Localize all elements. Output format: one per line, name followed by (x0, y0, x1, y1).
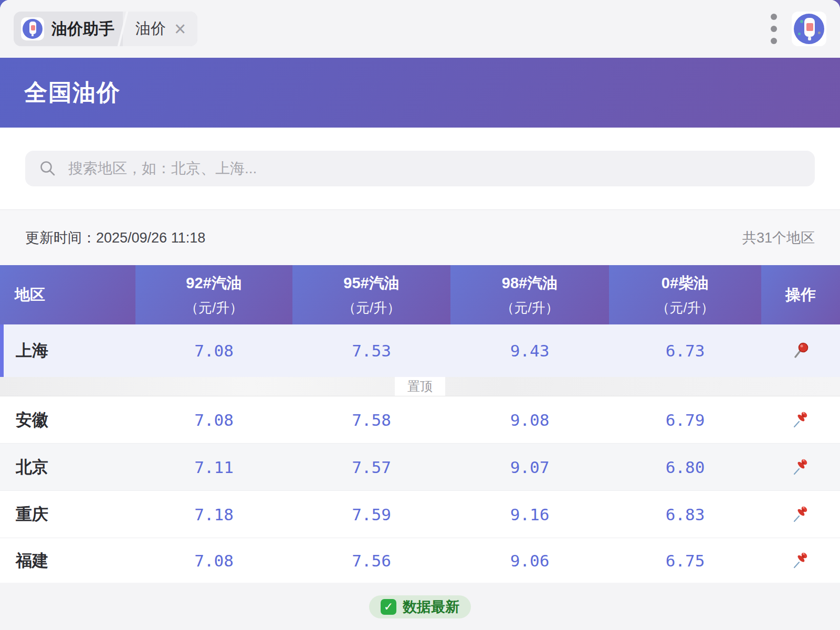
table-row-fujian[interactable]: 福建 7.08 7.56 9.06 6.75 (0, 538, 840, 583)
top-bar: 油价助手 油价 × (0, 0, 840, 58)
pushpin-icon[interactable] (791, 411, 810, 429)
table-row-pinned-shanghai[interactable]: 上海 7.08 7.53 9.43 6.73 (0, 324, 840, 377)
tab-fuel-assistant[interactable]: 油价助手 (14, 12, 123, 46)
table-row-beijing[interactable]: 北京 7.11 7.57 9.07 6.80 (0, 444, 840, 491)
col-98-gas: 98#汽油 （元/升） (450, 265, 609, 324)
price-0: 6.73 (609, 341, 761, 360)
price-98: 9.16 (450, 505, 609, 524)
footer: ✓ 数据最新 (0, 583, 840, 630)
pinned-indicator-bar (0, 324, 4, 377)
price-98: 9.07 (450, 458, 609, 477)
tab-fuel-price-label: 油价 (135, 18, 166, 39)
price-92: 7.08 (135, 551, 292, 570)
price-92: 7.18 (135, 505, 292, 524)
app-icon-large[interactable] (792, 12, 826, 46)
more-menu-icon[interactable] (769, 10, 779, 47)
pushpin-icon[interactable] (791, 458, 810, 477)
table-row-anhui[interactable]: 安徽 7.08 7.58 9.08 6.79 (0, 396, 840, 444)
price-92: 7.08 (135, 411, 292, 429)
region-name: 上海 (0, 340, 135, 362)
price-95: 7.59 (292, 505, 450, 524)
price-0: 6.75 (609, 551, 761, 570)
table-header: 地区 92#汽油 （元/升） 95#汽油 （元/升） 98#汽油 （元/升） 0… (0, 265, 840, 324)
top-bar-right (769, 10, 826, 47)
update-time: 更新时间：2025/09/26 11:18 (25, 228, 205, 247)
data-status-badge: ✓ 数据最新 (369, 595, 471, 618)
tab-group: 油价助手 油价 × (14, 12, 197, 46)
tab-fuel-assistant-label: 油价助手 (51, 18, 114, 40)
table-row-chongqing[interactable]: 重庆 7.18 7.59 9.16 6.83 (0, 491, 840, 538)
data-status-label: 数据最新 (403, 597, 459, 616)
price-95: 7.56 (292, 551, 450, 570)
col-actions: 操作 (761, 265, 840, 324)
price-95: 7.53 (292, 341, 450, 360)
pinned-divider-label: 置顶 (407, 378, 433, 395)
price-95: 7.57 (292, 458, 450, 477)
check-icon: ✓ (381, 599, 396, 615)
app-icon-small (21, 17, 44, 40)
page-title: 全国油价 (24, 77, 121, 108)
info-bar: 更新时间：2025/09/26 11:18 共31个地区 (0, 210, 840, 265)
page-header: 全国油价 (0, 58, 840, 128)
price-98: 9.43 (450, 341, 609, 360)
price-98: 9.08 (450, 411, 609, 429)
close-tab-icon[interactable]: × (174, 19, 186, 39)
region-count: 共31个地区 (742, 228, 815, 247)
search-placeholder: 搜索地区，如：北京、上海... (68, 159, 257, 178)
region-name: 安徽 (0, 409, 135, 431)
pinned-divider-tag: 置顶 (395, 377, 445, 396)
pushpin-icon[interactable] (791, 505, 810, 524)
app-window: 油价助手 油价 × 全国油价 (0, 0, 840, 630)
price-92: 7.08 (135, 341, 292, 360)
search-section: 搜索地区，如：北京、上海... (0, 128, 840, 210)
region-name: 福建 (0, 550, 135, 572)
tab-fuel-price[interactable]: 油价 × (123, 12, 197, 46)
region-name: 重庆 (0, 503, 135, 526)
pinned-divider: 置顶 (0, 377, 840, 396)
pushpin-icon[interactable] (791, 551, 810, 570)
price-92: 7.11 (135, 458, 292, 477)
price-95: 7.58 (292, 411, 450, 429)
col-95-gas: 95#汽油 （元/升） (292, 265, 450, 324)
price-0: 6.83 (609, 505, 761, 524)
price-98: 9.06 (450, 551, 609, 570)
search-input[interactable]: 搜索地区，如：北京、上海... (25, 151, 815, 186)
search-icon (39, 160, 57, 177)
col-0-diesel: 0#柴油 （元/升） (609, 265, 761, 324)
col-region: 地区 (0, 265, 135, 324)
price-0: 6.79 (609, 411, 761, 429)
col-92-gas: 92#汽油 （元/升） (135, 265, 292, 324)
region-name: 北京 (0, 456, 135, 478)
round-pushpin-icon[interactable] (791, 341, 810, 360)
price-0: 6.80 (609, 458, 761, 477)
